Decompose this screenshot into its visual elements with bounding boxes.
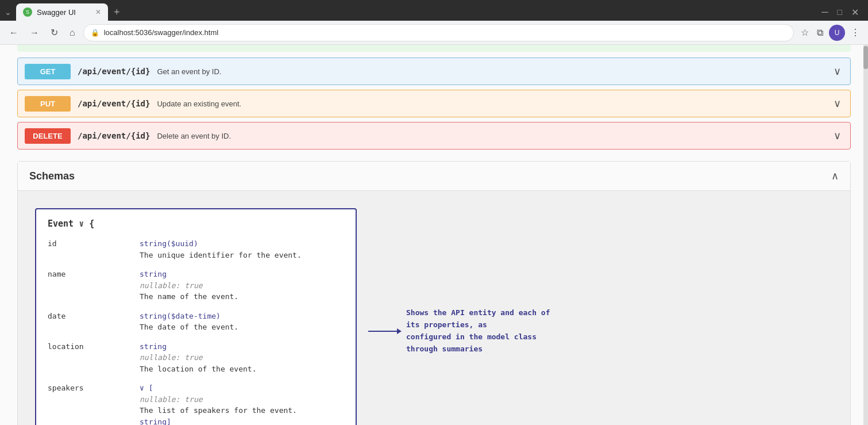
method-badge-put: PUT [25, 96, 71, 112]
nav-right-icons: ☆ ⧉ U ⋮ [798, 25, 862, 41]
field-name: location [48, 341, 140, 375]
schema-field-row: name stringnullable: trueThe name of the… [48, 269, 344, 303]
field-name: name [48, 269, 140, 303]
lock-icon: 🔒 [91, 29, 99, 37]
browser-controls-left: ⌄ [5, 7, 14, 17]
schema-card-title: Event ∨ { [48, 219, 344, 229]
tab-title: Swagger UI [37, 8, 76, 17]
schema-type: ∨ [nullable: trueThe list of speakers fo… [140, 382, 297, 425]
forward-button[interactable]: → [26, 25, 43, 40]
arrow-line [368, 331, 397, 332]
annotation-arrow [368, 328, 402, 334]
schemas-title: Schemas [29, 170, 831, 182]
schema-wrapper: Event ∨ { id string($uuid)The unique ide… [35, 208, 833, 425]
close-button[interactable]: ✕ [851, 7, 859, 18]
schema-expand-icon[interactable]: ∨ [79, 219, 89, 229]
method-badge-get: GET [25, 64, 71, 79]
endpoint-path: /api/event/{id} [78, 99, 150, 108]
endpoint-path: /api/event/{id} [78, 67, 150, 76]
endpoint-desc: Get an event by ID. [157, 67, 221, 76]
browser-chrome: ⌄ S Swagger UI ✕ + ─ □ ✕ ← → ↻ ⌂ 🔒 local… [0, 0, 868, 45]
extensions-button[interactable]: ⧉ [815, 25, 825, 40]
schema-type: stringnullable: trueThe name of the even… [140, 269, 238, 303]
endpoint-chevron: ∨ [834, 129, 841, 142]
schema-type: stringnullable: trueThe location of the … [140, 341, 257, 375]
chevron-down-icon[interactable]: ⌄ [5, 7, 11, 17]
annotation-text: Shows the API entity and each of its pro… [406, 307, 555, 355]
minimize-button[interactable]: ─ [821, 7, 828, 17]
schema-type: string($uuid)The unique identifier for t… [140, 238, 302, 261]
new-tab-button[interactable]: + [110, 6, 124, 18]
active-tab[interactable]: S Swagger UI ✕ [16, 3, 108, 21]
menu-button[interactable]: ⋮ [848, 25, 862, 40]
back-button[interactable]: ← [6, 25, 22, 40]
address-bar[interactable]: 🔒 localhost:5036/swagger/index.html [83, 24, 794, 41]
endpoint-path: /api/event/{id} [78, 131, 150, 140]
tab-bar: ⌄ S Swagger UI ✕ + ─ □ ✕ [0, 0, 868, 21]
method-badge-delete: DELETE [25, 128, 71, 144]
schema-field-row: speakers ∨ [nullable: trueThe list of sp… [48, 382, 344, 425]
arrow-tip [397, 328, 402, 334]
tab-close-button[interactable]: ✕ [95, 8, 101, 16]
schema-fields: id string($uuid)The unique identifier fo… [48, 238, 344, 425]
schemas-body: Event ∨ { id string($uuid)The unique ide… [18, 191, 850, 425]
field-name: id [48, 238, 140, 261]
endpoints-container: GET /api/event/{id} Get an event by ID. … [17, 58, 851, 150]
schema-field-row: date string($date-time)The date of the e… [48, 311, 344, 333]
endpoint-row-delete[interactable]: DELETE /api/event/{id} Delete an event b… [17, 122, 851, 150]
endpoint-desc: Update an existing event. [157, 99, 241, 108]
home-button[interactable]: ⌂ [66, 25, 79, 40]
scrollbar[interactable] [863, 45, 868, 425]
endpoint-chevron: ∨ [834, 65, 841, 78]
bookmark-button[interactable]: ☆ [798, 25, 811, 40]
profile-button[interactable]: U [829, 25, 845, 41]
event-schema-card: Event ∨ { id string($uuid)The unique ide… [35, 208, 357, 425]
endpoint-chevron: ∨ [834, 97, 841, 110]
field-name: date [48, 311, 140, 333]
schemas-section: Schemas ∧ Event ∨ { id string($uuid)The … [17, 161, 851, 425]
top-partial-section [17, 45, 851, 52]
annotation-area: Shows the API entity and each of its pro… [368, 307, 555, 355]
schema-field-row: location stringnullable: trueThe locatio… [48, 341, 344, 375]
endpoint-desc: Delete an event by ID. [157, 132, 231, 140]
endpoint-row-get[interactable]: GET /api/event/{id} Get an event by ID. … [17, 58, 851, 85]
endpoint-row-put[interactable]: PUT /api/event/{id} Update an existing e… [17, 90, 851, 117]
schema-field-row: id string($uuid)The unique identifier fo… [48, 238, 344, 261]
swagger-content: GET /api/event/{id} Get an event by ID. … [0, 45, 868, 425]
schemas-collapse-icon: ∧ [831, 170, 839, 182]
field-name: speakers [48, 382, 140, 425]
tab-favicon: S [23, 7, 32, 17]
nav-bar: ← → ↻ ⌂ 🔒 localhost:5036/swagger/index.h… [0, 21, 868, 45]
reload-button[interactable]: ↻ [47, 25, 61, 40]
scrollbar-thumb[interactable] [863, 46, 868, 69]
url-text: localhost:5036/swagger/index.html [104, 28, 786, 37]
maximize-button[interactable]: □ [838, 7, 842, 17]
schema-type: string($date-time)The date of the event. [140, 311, 238, 333]
schemas-header[interactable]: Schemas ∧ [18, 162, 850, 191]
